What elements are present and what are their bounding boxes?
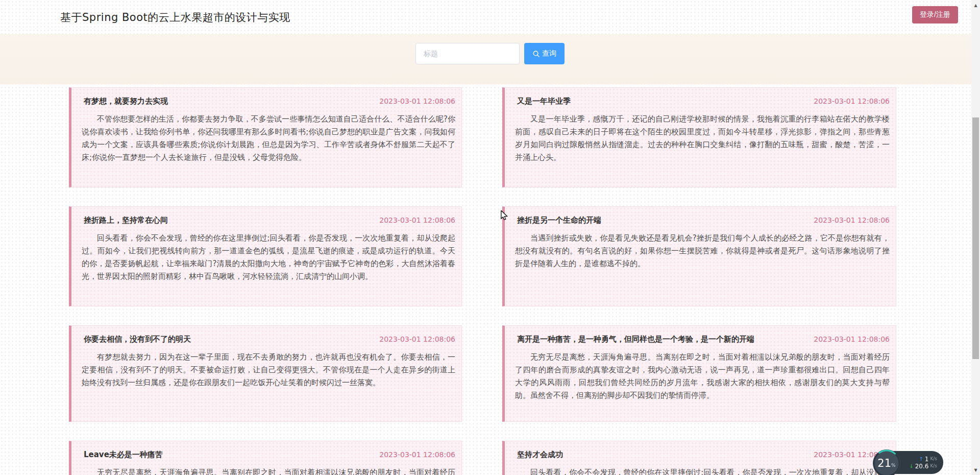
article-date: 2023-03-01 12:08:06 xyxy=(814,97,890,105)
article-title: 又是一年毕业季 xyxy=(517,97,571,106)
article-body: 当遇到挫折或失败，你是看见失败还是看见机会?挫折是我们每个人成长的必经之路，它不… xyxy=(515,232,890,270)
article-list-section: 有梦想，就要努力去实现 2023-03-01 12:08:06 不管你想要怎样的… xyxy=(0,84,980,475)
download-arrow-icon: ↓ xyxy=(909,464,913,469)
article-card-header: 有梦想，就要努力去实现 2023-03-01 12:08:06 xyxy=(82,97,455,106)
download-speed-value: 20.6 xyxy=(915,463,929,469)
upload-speed-unit: K/s xyxy=(930,457,937,461)
article-body: 回头看看，你会不会发现，曾经的你在这里摔倒过;回头看看，你是否发现，一次次地重复… xyxy=(82,232,455,283)
scrollbar-down-arrow-icon[interactable]: ▼ xyxy=(971,466,980,474)
percent-label: 21 % xyxy=(872,448,901,475)
article-body: 无穷无尽是离愁，天涯海角遍寻思。当离别在即之时，当面对着相濡以沫兄弟般的朋友时，… xyxy=(82,466,455,475)
upload-speed-row: ↑ 1 K/s xyxy=(905,456,937,462)
article-title: 坚持才会成功 xyxy=(517,450,563,460)
article-card-header: 离开是一种痛苦，是一种勇气，但同样也是一个考验，是一个新的开端 2023-03-… xyxy=(515,335,890,344)
article-card-header: 坚持才会成功 2023-03-01 12:08:06 xyxy=(515,450,890,460)
articles-grid: 有梦想，就要努力去实现 2023-03-01 12:08:06 不管你想要怎样的… xyxy=(69,87,980,475)
scrollbar-track[interactable]: ▲ ▼ xyxy=(971,0,980,475)
percent-value: 21 xyxy=(877,457,891,469)
upload-arrow-icon: ↑ xyxy=(919,457,923,462)
article-card-header: 挫折路上，坚持常在心间 2023-03-01 12:08:06 xyxy=(82,216,455,225)
article-title: Leave未必是一种痛苦 xyxy=(84,450,163,460)
article-card-header: 挫折是另一个生命的开端 2023-03-01 12:08:06 xyxy=(515,216,890,225)
article-body: 回头看看，你会不会发现，曾经的你在这里摔倒过;回头看看，你是否发现，一次次地重复… xyxy=(515,466,890,475)
download-speed-unit: K/s xyxy=(930,464,937,468)
article-card[interactable]: 有梦想，就要努力去实现 2023-03-01 12:08:06 不管你想要怎样的… xyxy=(69,87,462,187)
article-title: 有梦想，就要努力去实现 xyxy=(84,97,168,106)
article-date: 2023-03-01 12:08:06 xyxy=(379,97,455,105)
article-title: 你要去相信，没有到不了的明天 xyxy=(84,335,191,344)
article-title: 挫折是另一个生命的开端 xyxy=(517,216,601,225)
article-card[interactable]: 挫折路上，坚持常在心间 2023-03-01 12:08:06 回头看看，你会不… xyxy=(69,206,462,306)
search-bar: 查询 xyxy=(415,43,565,64)
article-title: 离开是一种痛苦，是一种勇气，但同样也是一个考验，是一个新的开端 xyxy=(517,335,754,344)
article-date: 2023-03-01 12:08:06 xyxy=(379,216,455,224)
query-button-label: 查询 xyxy=(542,49,556,58)
article-card-header: 你要去相信，没有到不了的明天 2023-03-01 12:08:06 xyxy=(82,335,455,344)
upload-speed-value: 1 xyxy=(925,456,929,462)
article-card[interactable]: 离开是一种痛苦，是一种勇气，但同样也是一个考验，是一个新的开端 2023-03-… xyxy=(502,325,896,422)
article-card[interactable]: 你要去相信，没有到不了的明天 2023-03-01 12:08:06 有梦想就去… xyxy=(69,325,462,422)
scrollbar-thumb[interactable] xyxy=(972,117,979,359)
article-card[interactable]: 挫折是另一个生命的开端 2023-03-01 12:08:06 当遇到挫折或失败… xyxy=(502,206,896,306)
article-card[interactable]: 坚持才会成功 2023-03-01 12:08:06 回头看看，你会不会发现，曾… xyxy=(502,441,896,475)
article-body: 不管你想要怎样的生活，你都要去努力争取，不多尝试一些事情怎么知道自己适合什么、不… xyxy=(82,113,455,164)
site-title: 基于Spring Boot的云上水果超市的设计与实现 xyxy=(60,10,290,25)
article-body: 又是一年毕业季，感慨万千，还记的自己刚进学校那时候的情景，我拖着沉重的行李箱站在… xyxy=(515,113,890,164)
download-speed-row: ↓ 20.6 K/s xyxy=(905,463,937,469)
search-icon xyxy=(532,50,540,58)
article-card[interactable]: Leave未必是一种痛苦 2023-03-01 12:08:06 无穷无尽是离愁… xyxy=(69,441,462,475)
login-register-button[interactable]: 登录/注册 xyxy=(912,6,958,23)
article-card[interactable]: 又是一年毕业季 2023-03-01 12:08:06 又是一年毕业季，感慨万千… xyxy=(502,87,896,187)
article-date: 2023-03-01 12:08:06 xyxy=(814,335,890,343)
search-band: 查询 xyxy=(0,34,980,84)
article-card-header: Leave未必是一种痛苦 2023-03-01 12:08:06 xyxy=(82,450,455,460)
title-search-input[interactable] xyxy=(415,43,520,64)
article-title: 挫折路上，坚持常在心间 xyxy=(84,216,168,225)
article-body: 无穷无尽是离愁，天涯海角遍寻思。当离别在即之时，当面对着相濡以沫兄弟般的朋友时，… xyxy=(515,351,890,402)
article-date: 2023-03-01 12:08:06 xyxy=(379,335,455,343)
query-button[interactable]: 查询 xyxy=(524,43,565,64)
article-card-header: 又是一年毕业季 2023-03-01 12:08:06 xyxy=(515,97,890,106)
percent-symbol: % xyxy=(891,463,896,468)
header: 基于Spring Boot的云上水果超市的设计与实现 登录/注册 xyxy=(0,0,980,34)
article-body: 有梦想就去努力，因为在这一辈子里面，现在不去勇敢的努力，也许就再也没有机会了。你… xyxy=(82,351,455,389)
article-date: 2023-03-01 12:08:06 xyxy=(814,216,890,224)
scrollbar-up-arrow-icon[interactable]: ▲ xyxy=(971,1,980,9)
article-date: 2023-03-01 12:08:06 xyxy=(379,450,455,459)
